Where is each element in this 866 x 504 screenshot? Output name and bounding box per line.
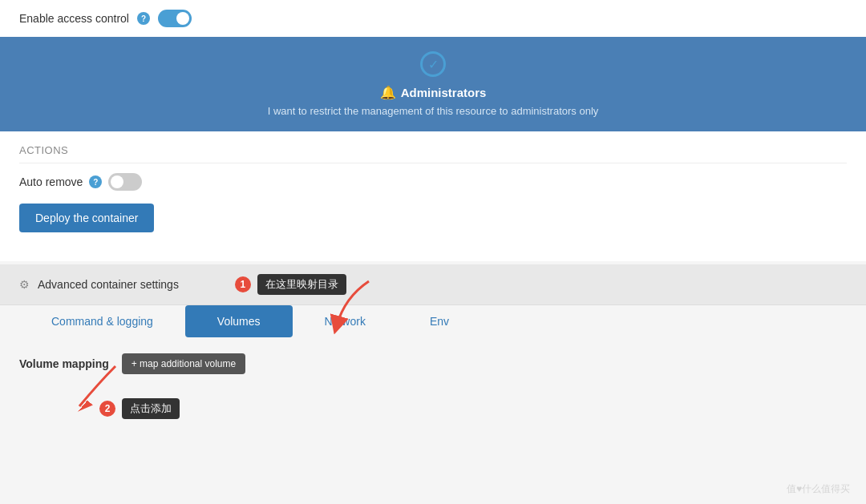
auto-remove-toggle[interactable] xyxy=(108,173,142,191)
annotation-2-area: 2 点击添加 xyxy=(99,398,847,419)
tab-network[interactable]: Network xyxy=(293,305,398,337)
auto-remove-info-icon[interactable]: ? xyxy=(89,175,102,188)
admin-banner-title: 🔔 Administrators xyxy=(380,85,487,100)
tabs-container: Command & logging Volumes Network Env xyxy=(0,305,866,337)
auto-remove-row: Auto remove ? xyxy=(19,173,847,191)
tab-command-logging[interactable]: Command & logging xyxy=(19,305,185,337)
actions-title: Actions xyxy=(19,144,847,163)
admin-banner-subtitle: I want to restrict the management of thi… xyxy=(268,105,599,117)
deploy-container-button[interactable]: Deploy the container xyxy=(19,204,154,232)
tab-volumes[interactable]: Volumes xyxy=(185,305,293,337)
volume-mapping-label: Volume mapping xyxy=(19,357,109,370)
auto-remove-label: Auto remove xyxy=(19,175,83,188)
admin-banner: ✓ 🔔 Administrators I want to restrict th… xyxy=(0,37,866,131)
annotation-1-group: 1 在这里映射目录 xyxy=(235,274,346,295)
gear-icon: ⚙ xyxy=(19,278,30,291)
annotation-2-group: 2 点击添加 xyxy=(99,398,847,419)
enable-access-info-icon[interactable]: ? xyxy=(137,12,150,25)
annotation-bubble-1: 在这里映射目录 xyxy=(257,274,346,295)
enable-access-toggle[interactable] xyxy=(158,10,192,27)
tab-env[interactable]: Env xyxy=(398,305,481,337)
annotation-number-1: 1 xyxy=(235,276,251,292)
annotation-number-2: 2 xyxy=(99,401,115,417)
content-area: Volume mapping + map additional volume 2… xyxy=(0,337,866,482)
map-volume-button[interactable]: + map additional volume xyxy=(122,353,245,374)
advanced-section: ⚙ Advanced container settings 1 在这里映射目录 … xyxy=(0,264,866,482)
advanced-header-row: ⚙ Advanced container settings 1 在这里映射目录 xyxy=(0,264,866,305)
enable-access-label: Enable access control xyxy=(19,12,129,25)
annotation-bubble-2: 点击添加 xyxy=(122,398,180,419)
enable-access-row: Enable access control ? xyxy=(0,0,866,37)
advanced-header-title: Advanced container settings xyxy=(38,278,179,291)
admin-check-icon: ✓ xyxy=(420,51,446,77)
actions-section: Actions Auto remove ? Deploy the contain… xyxy=(0,131,866,245)
admin-icon: 🔔 xyxy=(380,85,396,100)
volume-mapping-row: Volume mapping + map additional volume xyxy=(19,353,847,374)
